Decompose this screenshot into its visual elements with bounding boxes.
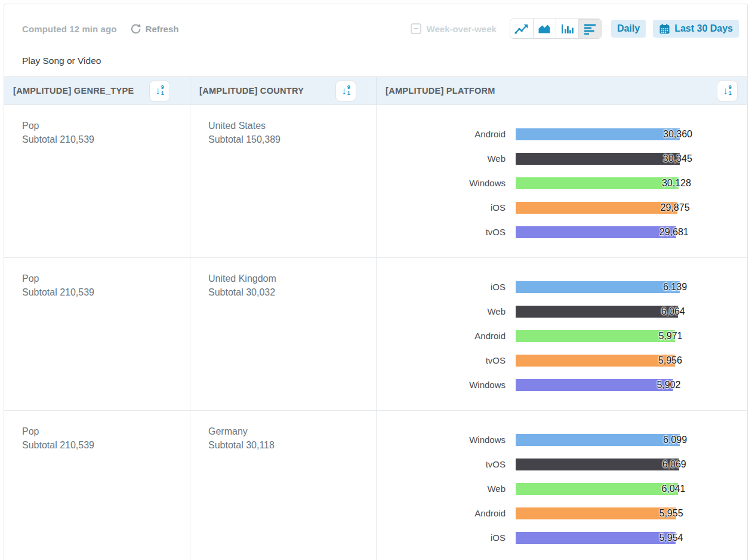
genre-subtotal: Subtotal 210,539 bbox=[22, 438, 178, 452]
bar-value-label: 29,875 bbox=[661, 202, 690, 213]
bar-row: Android30,360 bbox=[377, 122, 747, 146]
bar-category-label: Android bbox=[377, 331, 506, 341]
bar-category-label: Web bbox=[377, 153, 506, 164]
genre-cell: Pop Subtotal 210,539 bbox=[4, 105, 190, 257]
bar-value-label: 5,956 bbox=[658, 355, 682, 366]
refresh-icon bbox=[130, 23, 141, 35]
table-header: [AMPLITUDE] GENRE_TYPE ↓ 91 [AMPLITUDE] … bbox=[4, 76, 747, 105]
column-header-platform: [AMPLITUDE] PLATFORM ↓ 91 bbox=[376, 77, 747, 104]
sort-9-1-icon: 91 bbox=[161, 85, 164, 97]
bar[interactable] bbox=[516, 507, 676, 519]
week-over-week-label: Week-over-week bbox=[427, 24, 497, 34]
bar-value-label: 5,955 bbox=[659, 508, 683, 519]
bar[interactable] bbox=[516, 483, 678, 495]
country-value: United States bbox=[208, 119, 364, 133]
bar-track: 29,875 bbox=[516, 202, 680, 214]
bar-row: tvOS5,956 bbox=[377, 348, 747, 373]
bar[interactable] bbox=[516, 226, 676, 238]
column-header-label: [AMPLITUDE] GENRE_TYPE bbox=[13, 86, 134, 96]
bar-category-label: iOS bbox=[377, 202, 506, 213]
bar[interactable] bbox=[516, 177, 679, 189]
bar[interactable] bbox=[516, 355, 675, 367]
bar[interactable] bbox=[516, 459, 679, 470]
genre-subtotal: Subtotal 210,539 bbox=[22, 285, 178, 299]
bar-row: tvOS29,681 bbox=[377, 220, 747, 244]
sort-9-1-icon: 91 bbox=[347, 85, 350, 97]
bar-track: 6,069 bbox=[516, 459, 680, 470]
bar-value-label: 29,681 bbox=[659, 227, 689, 238]
bar-value-label: 6,139 bbox=[663, 282, 687, 293]
sort-descending-icon: ↓ bbox=[155, 86, 161, 96]
bar-row: Web6,041 bbox=[377, 476, 747, 501]
genre-value: Pop bbox=[22, 119, 178, 133]
country-subtotal: Subtotal 150,389 bbox=[208, 133, 364, 146]
sort-button-platform[interactable]: ↓ 91 bbox=[717, 81, 738, 101]
platform-bar-chart: Windows6,099tvOS6,069Web6,041Android5,95… bbox=[376, 411, 747, 560]
bar-category-label: tvOS bbox=[377, 227, 506, 237]
bar[interactable] bbox=[516, 379, 673, 391]
date-range-label: Last 30 Days bbox=[674, 23, 733, 34]
bar-category-label: Web bbox=[377, 484, 506, 494]
sort-button-country[interactable]: ↓ 91 bbox=[335, 81, 356, 101]
bar[interactable] bbox=[516, 434, 680, 446]
calendar-icon bbox=[659, 23, 670, 35]
bar-row: iOS5,954 bbox=[377, 525, 747, 550]
bar[interactable] bbox=[516, 202, 677, 214]
country-value: United Kingdom bbox=[208, 272, 364, 285]
toolbar-right: Week-over-week bbox=[411, 19, 739, 39]
bar-track: 5,954 bbox=[516, 532, 680, 544]
week-over-week-toggle[interactable]: Week-over-week bbox=[411, 23, 497, 34]
table-row: Pop Subtotal 210,539 United Kingdom Subt… bbox=[4, 258, 747, 411]
bar[interactable] bbox=[516, 330, 675, 342]
bar-value-label: 6,069 bbox=[662, 459, 686, 470]
bar-category-label: Windows bbox=[377, 178, 506, 188]
bar-category-label: Windows bbox=[377, 380, 506, 390]
bar[interactable] bbox=[516, 153, 680, 165]
bar-track: 30,128 bbox=[516, 177, 680, 189]
refresh-button[interactable]: Refresh bbox=[130, 23, 179, 35]
bar[interactable] bbox=[516, 281, 680, 293]
sort-button-genre-type[interactable]: ↓ 91 bbox=[149, 81, 170, 101]
country-cell: United Kingdom Subtotal 30,032 bbox=[190, 258, 376, 410]
bar-track: 29,681 bbox=[516, 226, 680, 238]
indeterminate-checkbox-icon[interactable] bbox=[411, 23, 421, 34]
bar-value-label: 30,360 bbox=[663, 129, 692, 140]
horizontal-bar-chart-icon bbox=[584, 23, 596, 35]
bar-row: Web30,345 bbox=[377, 146, 747, 171]
column-chart-icon bbox=[560, 23, 574, 35]
chart-type-column-button[interactable] bbox=[556, 19, 578, 38]
bar-row: iOS6,139 bbox=[377, 275, 747, 299]
country-cell: Germany Subtotal 30,118 bbox=[190, 411, 376, 560]
bar-track: 5,955 bbox=[516, 507, 680, 519]
bar-row: iOS29,875 bbox=[377, 195, 747, 220]
sort-descending-icon: ↓ bbox=[341, 86, 347, 96]
chart-type-area-button[interactable] bbox=[533, 19, 556, 38]
bar[interactable] bbox=[516, 532, 676, 544]
bar-category-label: tvOS bbox=[377, 355, 506, 365]
report-card: Computed 12 min ago Refresh Week-over-we… bbox=[4, 4, 748, 560]
bar-row: Web6,064 bbox=[377, 299, 747, 324]
country-cell: United States Subtotal 150,389 bbox=[190, 105, 376, 257]
bar-track: 6,064 bbox=[516, 306, 680, 318]
toolbar: Computed 12 min ago Refresh Week-over-we… bbox=[4, 4, 747, 39]
bar-value-label: 5,971 bbox=[658, 331, 682, 341]
column-header-country: [AMPLITUDE] COUNTRY ↓ 91 bbox=[190, 77, 376, 104]
genre-subtotal: Subtotal 210,539 bbox=[22, 133, 178, 146]
date-range-button[interactable]: Last 30 Days bbox=[653, 20, 739, 38]
bar-value-label: 5,902 bbox=[657, 380, 680, 390]
bar-category-label: iOS bbox=[377, 282, 506, 292]
bar-category-label: iOS bbox=[377, 533, 506, 543]
bar-row: Windows6,099 bbox=[377, 427, 747, 452]
chart-type-horizontal-bar-button[interactable] bbox=[578, 19, 601, 38]
bar-category-label: Android bbox=[377, 508, 506, 518]
genre-cell: Pop Subtotal 210,539 bbox=[4, 411, 190, 560]
bar[interactable] bbox=[516, 306, 678, 318]
platform-bar-chart: Android30,360Web30,345Windows30,128iOS29… bbox=[376, 105, 747, 257]
chart-type-line-button[interactable] bbox=[510, 19, 533, 38]
computed-timestamp: Computed 12 min ago bbox=[22, 24, 117, 34]
bar-row: Windows5,902 bbox=[377, 373, 747, 397]
bar[interactable] bbox=[516, 128, 680, 140]
bar-row: Windows30,128 bbox=[377, 171, 747, 195]
bar-category-label: Web bbox=[377, 306, 506, 316]
interval-daily-button[interactable]: Daily bbox=[611, 20, 646, 38]
